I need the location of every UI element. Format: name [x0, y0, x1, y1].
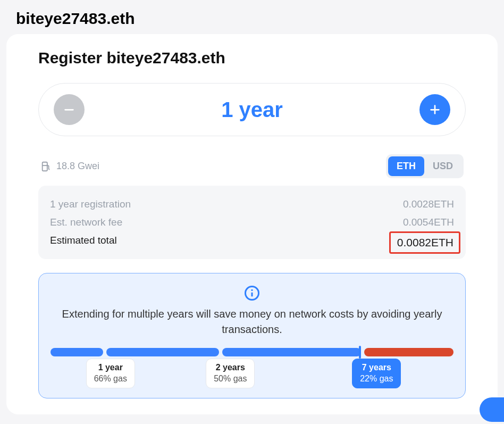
savings-option-2yr-label: 2 years — [214, 362, 247, 373]
fee-registration-label: 1 year registration — [50, 198, 131, 210]
savings-option-7yr[interactable]: 7 years 22% gas — [352, 359, 401, 388]
gas-price-value: 18.8 Gwei — [56, 161, 99, 172]
register-heading: Register biteye27483.eth — [38, 49, 466, 67]
svg-rect-2 — [434, 105, 436, 114]
savings-option-1yr-gas: 66% gas — [94, 373, 127, 385]
savings-option-2yr[interactable]: 2 years 50% gas — [206, 359, 255, 388]
info-box: Extending for multiple years will save m… — [38, 273, 466, 398]
savings-bar-marker — [359, 346, 361, 359]
gas-row: 18.8 Gwei ETH USD — [40, 154, 464, 178]
register-card: Register biteye27483.eth 1 year 18.8 Gwe… — [6, 34, 498, 414]
minus-icon — [62, 103, 76, 117]
duration-value: 1 year — [221, 98, 283, 122]
fee-registration-value: 0.0028ETH — [403, 198, 454, 210]
savings-bar — [51, 348, 453, 356]
svg-point-6 — [251, 289, 253, 291]
currency-toggle: ETH USD — [386, 154, 464, 178]
savings-option-1yr-label: 1 year — [94, 362, 127, 373]
savings-option-7yr-gas: 22% gas — [360, 373, 393, 385]
page-title: biteye27483.eth — [0, 0, 504, 34]
fees-box: 1 year registration 0.0028ETH Est. netwo… — [38, 186, 466, 259]
svg-rect-3 — [43, 162, 47, 171]
gas-price: 18.8 Gwei — [40, 161, 99, 172]
duration-stepper: 1 year — [38, 83, 466, 136]
svg-rect-0 — [64, 109, 73, 111]
savings-option-1yr[interactable]: 1 year 66% gas — [86, 359, 135, 388]
savings-option-2yr-gas: 50% gas — [214, 373, 247, 385]
info-text: Extending for multiple years will save m… — [51, 306, 453, 337]
increase-button[interactable] — [419, 94, 450, 125]
fee-network-value: 0.0054ETH — [403, 217, 454, 228]
info-icon — [244, 285, 260, 301]
fee-total-highlight: 0.0082ETH — [389, 231, 460, 254]
fee-registration: 1 year registration 0.0028ETH — [50, 195, 454, 213]
currency-usd[interactable]: USD — [424, 156, 461, 176]
gas-pump-icon — [40, 161, 52, 172]
currency-eth[interactable]: ETH — [388, 156, 424, 176]
decrease-button[interactable] — [54, 94, 85, 125]
fee-network-label: Est. network fee — [50, 217, 122, 228]
help-fab[interactable] — [480, 397, 504, 422]
savings-labels: 1 year 66% gas 2 years 50% gas 7 years 2… — [51, 359, 453, 388]
fee-total-label: Estimated total — [50, 235, 117, 246]
fee-network: Est. network fee 0.0054ETH — [50, 213, 454, 231]
savings-option-7yr-label: 7 years — [360, 362, 393, 373]
plus-icon — [428, 103, 442, 117]
